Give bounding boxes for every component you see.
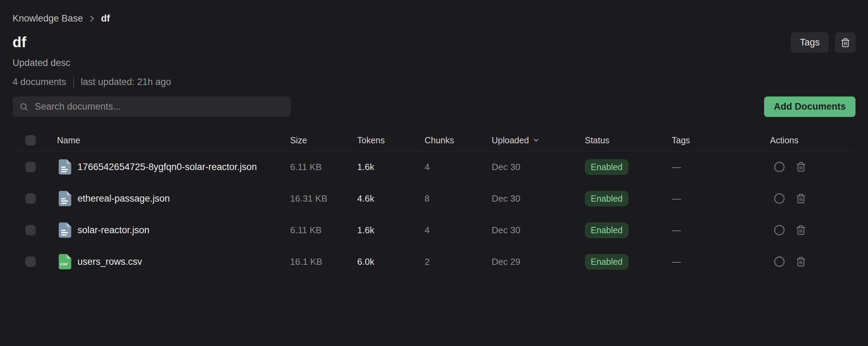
document-tokens: 1.6k bbox=[357, 162, 425, 172]
documents-table: Name Size Tokens Chunks Uploaded Status … bbox=[13, 129, 855, 278]
knowledge-base-detail-page: Knowledge Base df df Tags Updated desc 4… bbox=[0, 0, 868, 346]
row-checkbox-cell bbox=[13, 193, 57, 204]
header-checkbox-cell bbox=[13, 135, 57, 145]
search-input[interactable] bbox=[34, 101, 284, 112]
search-icon bbox=[19, 102, 28, 111]
chevron-down-icon bbox=[532, 136, 540, 144]
select-all-checkbox[interactable] bbox=[25, 135, 36, 145]
table-row: csv users_rows.csv 16.1 KB 6.0k 2 Dec 29… bbox=[13, 246, 855, 278]
status-cell: Enabled bbox=[585, 191, 672, 206]
toggle-status-icon[interactable] bbox=[774, 225, 785, 235]
breadcrumb-knowledge-base-link[interactable]: Knowledge Base bbox=[13, 13, 83, 24]
document-chunks: 4 bbox=[425, 225, 492, 236]
kb-description: Updated desc bbox=[13, 58, 855, 68]
actions-cell bbox=[770, 225, 855, 235]
breadcrumb-current: df bbox=[101, 13, 110, 24]
documents-count: 4 documents bbox=[13, 77, 66, 87]
row-checkbox[interactable] bbox=[25, 193, 36, 204]
document-uploaded: Dec 29 bbox=[492, 256, 585, 267]
document-name-cell: 1766542654725-8ygfqn0-solar-reactor.json bbox=[57, 159, 290, 175]
status-badge: Enabled bbox=[585, 191, 629, 206]
row-checkbox-cell bbox=[13, 162, 57, 172]
column-header-tags: Tags bbox=[672, 135, 770, 145]
document-size: 6.11 KB bbox=[290, 225, 357, 236]
document-tags: — bbox=[672, 193, 770, 204]
search-box[interactable] bbox=[13, 96, 291, 117]
column-header-chunks: Chunks bbox=[425, 135, 492, 145]
json-file-icon bbox=[59, 159, 71, 175]
document-name-cell: solar-reactor.json bbox=[57, 222, 290, 238]
column-header-uploaded[interactable]: Uploaded bbox=[492, 135, 585, 145]
actions-cell bbox=[770, 193, 855, 204]
delete-document-icon[interactable] bbox=[796, 193, 806, 204]
table-header-row: Name Size Tokens Chunks Uploaded Status … bbox=[13, 129, 855, 151]
document-uploaded: Dec 30 bbox=[492, 162, 585, 172]
column-header-actions: Actions bbox=[770, 135, 855, 145]
document-tokens: 4.6k bbox=[357, 193, 425, 204]
toggle-status-icon[interactable] bbox=[774, 193, 785, 204]
document-chunks: 8 bbox=[425, 193, 492, 204]
tags-button[interactable]: Tags bbox=[791, 32, 829, 53]
last-updated: last updated: 21h ago bbox=[81, 77, 171, 87]
status-cell: Enabled bbox=[585, 254, 672, 270]
table-row: ethereal-passage.json 16.31 KB 4.6k 8 De… bbox=[13, 183, 855, 214]
document-tags: — bbox=[672, 225, 770, 236]
column-header-name: Name bbox=[57, 135, 290, 145]
status-cell: Enabled bbox=[585, 159, 672, 175]
meta-divider bbox=[73, 77, 74, 87]
document-tokens: 1.6k bbox=[357, 225, 425, 236]
column-header-tokens: Tokens bbox=[357, 135, 425, 145]
add-documents-button[interactable]: Add Documents bbox=[764, 96, 855, 117]
toggle-status-icon[interactable] bbox=[774, 162, 785, 172]
document-tags: — bbox=[672, 256, 770, 267]
document-size: 6.11 KB bbox=[290, 162, 357, 172]
document-chunks: 4 bbox=[425, 162, 492, 172]
document-size: 16.31 KB bbox=[290, 193, 357, 204]
row-checkbox[interactable] bbox=[25, 256, 36, 267]
json-file-icon bbox=[59, 191, 71, 206]
csv-file-icon: csv bbox=[59, 254, 71, 269]
delete-document-icon[interactable] bbox=[796, 225, 806, 235]
delete-knowledge-base-button[interactable] bbox=[835, 32, 855, 53]
title-row: df Tags bbox=[13, 32, 855, 53]
row-checkbox-cell bbox=[13, 225, 57, 235]
status-badge: Enabled bbox=[585, 159, 629, 175]
document-name[interactable]: users_rows.csv bbox=[77, 256, 142, 267]
status-badge: Enabled bbox=[585, 254, 629, 270]
toggle-status-icon[interactable] bbox=[774, 256, 785, 267]
document-name[interactable]: 1766542654725-8ygfqn0-solar-reactor.json bbox=[77, 162, 257, 172]
document-tags: — bbox=[672, 162, 770, 172]
trash-icon bbox=[841, 38, 850, 48]
document-name[interactable]: solar-reactor.json bbox=[77, 225, 149, 236]
breadcrumb: Knowledge Base df bbox=[13, 0, 855, 24]
document-name-cell: csv users_rows.csv bbox=[57, 254, 290, 269]
title-actions: Tags bbox=[791, 32, 855, 53]
document-size: 16.1 KB bbox=[290, 256, 357, 267]
actions-cell bbox=[770, 162, 855, 172]
document-name[interactable]: ethereal-passage.json bbox=[77, 193, 170, 204]
row-checkbox[interactable] bbox=[25, 162, 36, 172]
chevron-right-icon bbox=[89, 15, 95, 23]
document-uploaded: Dec 30 bbox=[492, 193, 585, 204]
svg-text:csv: csv bbox=[60, 262, 68, 267]
delete-document-icon[interactable] bbox=[796, 256, 806, 267]
document-tokens: 6.0k bbox=[357, 256, 425, 267]
column-header-size: Size bbox=[290, 135, 357, 145]
status-badge: Enabled bbox=[585, 222, 629, 238]
uploaded-label: Uploaded bbox=[492, 135, 529, 145]
row-checkbox-cell bbox=[13, 256, 57, 267]
actions-cell bbox=[770, 256, 855, 267]
json-file-icon bbox=[59, 222, 71, 238]
toolbar: Add Documents bbox=[13, 96, 855, 117]
document-chunks: 2 bbox=[425, 256, 492, 267]
delete-document-icon[interactable] bbox=[796, 162, 806, 172]
table-row: 1766542654725-8ygfqn0-solar-reactor.json… bbox=[13, 151, 855, 183]
document-uploaded: Dec 30 bbox=[492, 225, 585, 236]
page-title: df bbox=[13, 34, 26, 50]
column-header-status: Status bbox=[585, 135, 672, 145]
document-name-cell: ethereal-passage.json bbox=[57, 191, 290, 206]
status-cell: Enabled bbox=[585, 222, 672, 238]
table-row: solar-reactor.json 6.11 KB 1.6k 4 Dec 30… bbox=[13, 214, 855, 246]
row-checkbox[interactable] bbox=[25, 225, 36, 235]
meta-line: 4 documents last updated: 21h ago bbox=[13, 77, 855, 87]
